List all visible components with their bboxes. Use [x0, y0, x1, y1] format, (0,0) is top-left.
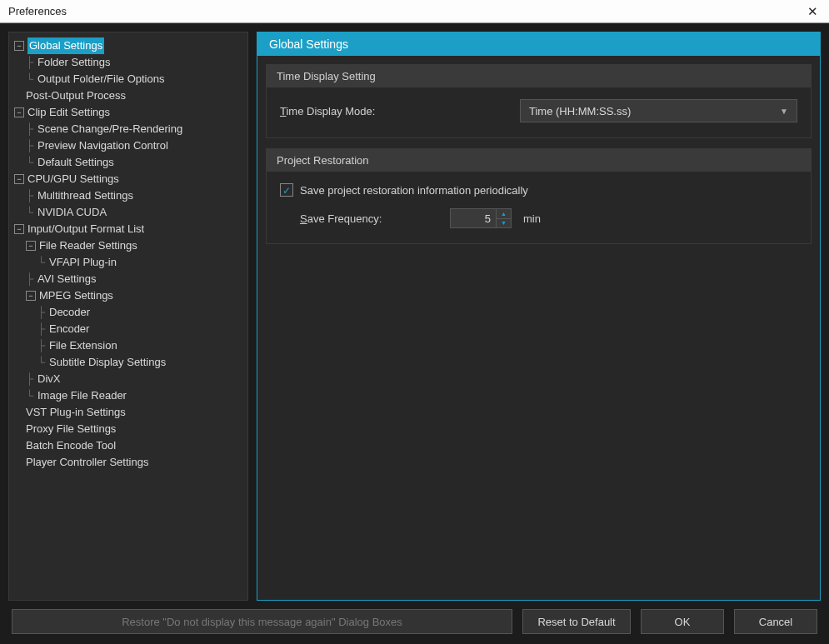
tree-item-vst-plugin-settings[interactable]: VST Plug-in Settings — [12, 404, 244, 421]
checkmark-icon — [282, 186, 291, 194]
label-unit-min: min — [523, 212, 541, 225]
collapse-icon[interactable]: − — [14, 107, 24, 117]
tree-item-subtitle-display-settings[interactable]: └ Subtitle Display Settings — [12, 354, 244, 371]
tree-item-folder-settings[interactable]: ├ Folder Settings — [12, 54, 244, 71]
tree-panel: − Global Settings ├ Folder Settings — [8, 32, 248, 601]
spinner-save-frequency: ▲ ▼ — [450, 208, 512, 228]
select-time-display-mode[interactable]: Time (HH:MM:SS.ss) ▼ — [520, 99, 797, 122]
tree-item-decoder[interactable]: ├ Decoder — [12, 304, 244, 321]
tree-item-preview-navigation-control[interactable]: ├ Preview Navigation Control — [12, 137, 244, 154]
dialog-body: − Global Settings ├ Folder Settings — [0, 23, 829, 644]
tree-item-multithread-settings[interactable]: ├ Multithread Settings — [12, 187, 244, 204]
tree-item-encoder[interactable]: ├ Encoder — [12, 321, 244, 337]
tree-item-file-extension[interactable]: ├ File Extension — [12, 337, 244, 354]
tree-item-input-output-format-list[interactable]: − Input/Output Format List — [12, 221, 244, 237]
restore-dialogs-button[interactable]: Restore "Do not display this message aga… — [12, 609, 512, 634]
titlebar: Preferences ✕ — [0, 0, 829, 23]
tree-item-mpeg-settings[interactable]: − MPEG Settings — [12, 287, 244, 304]
tree-item-nvidia-cuda[interactable]: └ NVIDIA CUDA — [12, 204, 244, 221]
tree-item-output-folder-file-options[interactable]: └ Output Folder/File Options — [12, 71, 244, 87]
tree-item-batch-encode-tool[interactable]: Batch Encode Tool — [12, 437, 244, 454]
spinner-down-icon[interactable]: ▼ — [497, 219, 511, 228]
label-save-frequency: Save Frequency: — [300, 212, 442, 225]
window-title: Preferences — [8, 5, 67, 17]
group-title-time-display: Time Display Setting — [267, 65, 811, 87]
tree-item-image-file-reader[interactable]: └ Image File Reader — [12, 387, 244, 404]
cancel-button[interactable]: Cancel — [734, 609, 817, 634]
chevron-down-icon: ▼ — [780, 107, 788, 116]
label-time-display-mode: Time Display Mode: — [280, 105, 505, 117]
checkbox-save-restoration[interactable] — [280, 183, 293, 197]
tree-item-default-settings[interactable]: └ Default Settings — [12, 154, 244, 171]
tree-item-vfapi-plugin[interactable]: └ VFAPI Plug-in — [12, 254, 244, 271]
group-title-project-restoration: Project Restoration — [267, 149, 811, 172]
content-panel: Global Settings Time Display Setting Tim… — [257, 32, 821, 601]
tree-item-avi-settings[interactable]: ├ AVI Settings — [12, 271, 244, 287]
collapse-icon[interactable]: − — [14, 41, 24, 51]
reset-to-default-button[interactable]: Reset to Default — [522, 609, 631, 634]
collapse-icon[interactable]: − — [14, 174, 24, 184]
tree-item-divx[interactable]: ├ DivX — [12, 371, 244, 387]
collapse-icon[interactable]: − — [26, 241, 36, 251]
group-time-display: Time Display Setting Time Display Mode: … — [266, 64, 812, 138]
tree-item-player-controller-settings[interactable]: Player Controller Settings — [12, 454, 244, 471]
close-icon[interactable]: ✕ — [804, 3, 821, 20]
tree-item-file-reader-settings[interactable]: − File Reader Settings — [12, 237, 244, 254]
ok-button[interactable]: OK — [641, 609, 724, 634]
select-value: Time (HH:MM:SS.ss) — [529, 105, 631, 117]
tree-item-cpu-gpu-settings[interactable]: − CPU/GPU Settings — [12, 171, 244, 187]
label-save-restoration: Save project restoration information per… — [300, 184, 528, 197]
settings-tree: − Global Settings ├ Folder Settings — [12, 37, 244, 471]
tree-item-proxy-file-settings[interactable]: Proxy File Settings — [12, 421, 244, 437]
footer: Restore "Do not display this message aga… — [8, 601, 821, 637]
tree-item-post-output-process[interactable]: Post-Output Process — [12, 87, 244, 104]
content-header: Global Settings — [257, 32, 820, 56]
tree-item-scene-change-pre-rendering[interactable]: ├ Scene Change/Pre-Rendering — [12, 121, 244, 137]
collapse-icon[interactable]: − — [14, 224, 24, 234]
main-area: − Global Settings ├ Folder Settings — [8, 32, 821, 601]
spinner-up-icon[interactable]: ▲ — [497, 209, 511, 219]
content-body: Time Display Setting Time Display Mode: … — [257, 56, 820, 252]
tree-item-clip-edit-settings[interactable]: − Clip Edit Settings — [12, 104, 244, 121]
tree-item-global-settings[interactable]: − Global Settings — [12, 37, 244, 54]
input-save-frequency[interactable] — [451, 209, 496, 227]
group-project-restoration: Project Restoration Save project restora… — [266, 148, 812, 244]
collapse-icon[interactable]: − — [26, 291, 36, 301]
